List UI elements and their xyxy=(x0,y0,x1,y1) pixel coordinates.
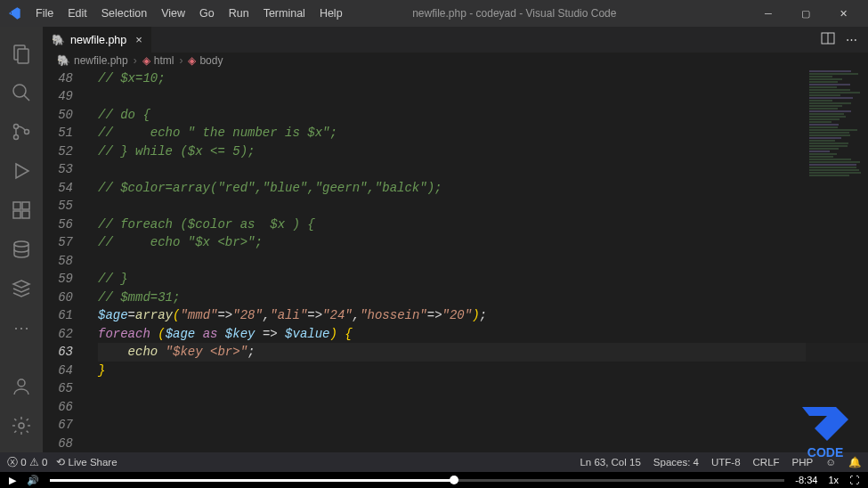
status-bar: ⓧ 0 ⚠ 0 ⟲ Live Share Ln 63, Col 15 Space… xyxy=(0,452,868,472)
svg-point-11 xyxy=(14,241,28,247)
fullscreen-button[interactable]: ⛶ xyxy=(849,475,859,485)
status-position[interactable]: Ln 63, Col 15 xyxy=(580,457,640,468)
close-button[interactable]: ✕ xyxy=(825,1,861,26)
breadcrumb-segment[interactable]: body xyxy=(199,54,223,67)
menu-run[interactable]: Run xyxy=(222,4,256,23)
editor-area: 🐘 newfile.php × ⋯ 🐘 newfile.php › ◈ html… xyxy=(43,27,868,452)
activity-settings[interactable] xyxy=(0,406,43,445)
tabs-row: 🐘 newfile.php × ⋯ xyxy=(43,27,868,53)
php-file-icon: 🐘 xyxy=(57,54,70,67)
body-tag-icon: ◈ xyxy=(188,54,196,67)
status-spaces[interactable]: Spaces: 4 xyxy=(653,457,699,468)
svg-rect-1 xyxy=(18,49,28,63)
vscode-icon xyxy=(7,6,21,20)
titlebar: File Edit Selection View Go Run Terminal… xyxy=(0,0,868,27)
line-number-gutter: 4849505152535455565758596061626364656667… xyxy=(43,69,87,453)
status-encoding[interactable]: UTF-8 xyxy=(711,457,741,468)
tab-newfile-php[interactable]: 🐘 newfile.php × xyxy=(43,27,152,53)
menu-edit[interactable]: Edit xyxy=(61,4,94,23)
svg-rect-9 xyxy=(13,211,20,218)
minimize-button[interactable]: ─ xyxy=(750,1,786,26)
svg-point-2 xyxy=(13,85,26,97)
play-button[interactable]: ▶ xyxy=(9,475,16,486)
svg-point-12 xyxy=(18,379,25,386)
code-editor[interactable]: 4849505152535455565758596061626364656667… xyxy=(43,69,868,453)
video-time: -8:34 xyxy=(795,475,817,485)
menu-view[interactable]: View xyxy=(154,4,192,23)
window-title: newfile.php - codeyad - Visual Studio Co… xyxy=(282,7,747,20)
chevron-right-icon: › xyxy=(134,54,137,67)
status-liveshare[interactable]: ⟲ Live Share xyxy=(56,456,117,468)
activity-bar: ⋯ xyxy=(0,27,43,452)
php-file-icon: 🐘 xyxy=(52,34,65,46)
close-icon[interactable]: × xyxy=(135,33,142,46)
more-actions-icon[interactable]: ⋯ xyxy=(846,33,857,46)
svg-line-3 xyxy=(24,95,29,101)
svg-point-4 xyxy=(14,125,19,129)
menu-file[interactable]: File xyxy=(28,4,61,23)
activity-search[interactable] xyxy=(0,73,43,112)
activity-account[interactable] xyxy=(0,367,43,406)
activity-scm[interactable] xyxy=(0,112,43,151)
breadcrumb-segment[interactable]: html xyxy=(154,54,174,67)
breadcrumb-file[interactable]: newfile.php xyxy=(74,54,128,67)
status-eol[interactable]: CRLF xyxy=(753,457,780,468)
activity-extensions[interactable] xyxy=(0,191,43,230)
activity-stack[interactable] xyxy=(0,269,43,308)
chevron-right-icon: › xyxy=(179,54,183,67)
activity-more[interactable]: ⋯ xyxy=(0,308,43,347)
status-lang[interactable]: PHP xyxy=(792,457,814,468)
svg-point-13 xyxy=(19,423,24,428)
minimap[interactable] xyxy=(806,69,868,453)
breadcrumbs[interactable]: 🐘 newfile.php › ◈ html › ◈ body xyxy=(43,53,868,69)
progress-bar[interactable] xyxy=(50,479,784,482)
split-editor-icon[interactable] xyxy=(821,31,835,48)
activity-explorer[interactable] xyxy=(0,34,43,73)
status-errors[interactable]: ⓧ 0 ⚠ 0 xyxy=(7,456,47,469)
video-player-bar: ▶ 🔊 -8:34 1x ⛶ xyxy=(0,472,868,488)
html-tag-icon: ◈ xyxy=(142,54,150,67)
menu-selection[interactable]: Selection xyxy=(94,4,154,23)
status-feedback-icon[interactable]: ☺ xyxy=(825,457,836,468)
video-speed[interactable]: 1x xyxy=(828,475,839,485)
window-controls: ─ ▢ ✕ xyxy=(750,1,861,26)
maximize-button[interactable]: ▢ xyxy=(788,1,823,26)
svg-rect-8 xyxy=(22,202,29,209)
svg-rect-10 xyxy=(22,211,29,218)
svg-point-6 xyxy=(25,130,29,134)
volume-button[interactable]: 🔊 xyxy=(27,475,39,486)
activity-debug[interactable] xyxy=(0,151,43,191)
tab-label: newfile.php xyxy=(70,34,126,46)
menu-go[interactable]: Go xyxy=(192,4,222,23)
status-bell-icon[interactable]: 🔔 xyxy=(848,456,861,468)
svg-point-5 xyxy=(14,135,19,140)
code-content[interactable]: // $x=10; // do {// echo " the number is… xyxy=(87,69,868,453)
activity-database[interactable] xyxy=(0,230,43,269)
svg-rect-7 xyxy=(13,202,20,209)
